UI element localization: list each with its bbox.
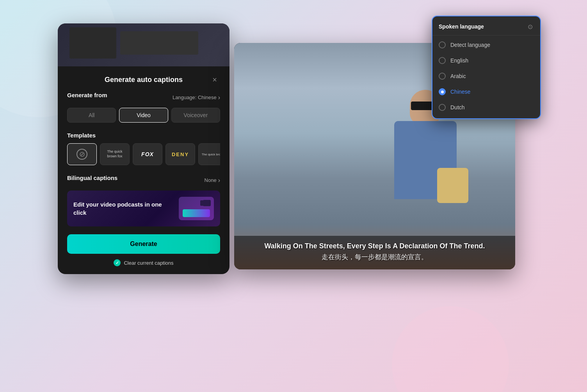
template-fox[interactable]: The quick brown fox [100,143,130,165]
template-none[interactable]: ⊘ [67,143,97,165]
radio-chinese [439,88,446,95]
tab-row: All Video Voiceover [67,108,220,123]
subtitle-english: Walking On The Streets, Every Step Is A … [242,242,507,250]
dropdown-label-detect: Detect language [450,42,490,48]
template-quick-brown[interactable]: The quick brown [198,143,220,165]
promo-text: Edit your video podcasts in one click [73,200,174,217]
bilingual-selector[interactable]: None [205,177,220,184]
clear-label: Clear current captions [124,260,173,266]
template-deny-text: DENY [172,151,189,157]
template-bold-fox[interactable]: FOX [133,143,162,165]
template-deny[interactable]: DENY [165,143,195,165]
dropdown-item-chinese[interactable]: Chinese [432,84,540,100]
modal-header: Generate auto captions × [67,76,220,84]
template-fox-text: The quick brown fox [100,148,129,160]
promo-image [179,197,214,220]
dropdown-label-chinese: Chinese [450,89,470,95]
generate-button[interactable]: Generate [67,234,220,254]
dropdown-title: Spoken language [439,23,484,30]
promo-banner[interactable]: Edit your video podcasts in one click [67,191,220,226]
dropdown-item-arabic[interactable]: Arabic [432,68,540,84]
clear-checkbox[interactable] [114,259,121,266]
tab-video[interactable]: Video [119,108,168,123]
bg-decoration-2 [392,306,509,392]
subtitle-chinese: 走在街头，每一步都是潮流的宣言。 [242,253,507,262]
generate-from-label: Generate from [67,92,107,98]
generate-from-row: Generate from Language: Chinese [67,92,220,103]
modal-header-image [58,23,229,66]
dropdown-label-dutch: Dutch [450,104,465,110]
modal-body: Generate auto captions × Generate from L… [58,66,229,274]
modal-title: Generate auto captions [105,76,183,84]
dropdown-close-icon[interactable]: ⊙ [526,23,534,30]
radio-english [439,57,446,64]
dropdown-item-english[interactable]: English [432,53,540,68]
dropdown-header: Spoken language ⊙ [432,23,540,36]
templates-scroll: ⊘ The quick brown fox FOX DENY The quick… [67,143,220,165]
clear-row: Clear current captions [67,259,220,266]
tab-voiceover[interactable]: Voiceover [171,108,220,123]
language-dropdown: Spoken language ⊙ Detect language Englis… [432,16,541,119]
templates-label: Templates [67,132,220,139]
dropdown-item-detect[interactable]: Detect language [432,37,540,53]
radio-dutch [439,104,446,111]
generate-captions-modal: Generate auto captions × Generate from L… [58,23,229,274]
radio-detect [439,41,446,48]
tab-all[interactable]: All [67,108,116,123]
template-none-icon: ⊘ [76,149,87,160]
bilingual-row: Bilingual captions None [67,175,220,186]
subtitle-bar: Walking On The Streets, Every Step Is A … [234,236,515,269]
bilingual-label: Bilingual captions [67,175,117,181]
template-bold-fox-text: FOX [141,151,154,157]
language-selector-link[interactable]: Language: Chinese [173,94,220,101]
dropdown-item-dutch[interactable]: Dutch [432,100,540,115]
dropdown-label-arabic: Arabic [450,73,466,79]
dropdown-label-english: English [450,57,468,64]
modal-close-button[interactable]: × [209,75,220,86]
figure-bag [437,168,468,203]
radio-arabic [439,73,446,80]
template-quick-brown-text: The quick brown [200,151,220,158]
templates-section: Templates ⊘ The quick brown fox FOX DENY… [67,132,220,165]
